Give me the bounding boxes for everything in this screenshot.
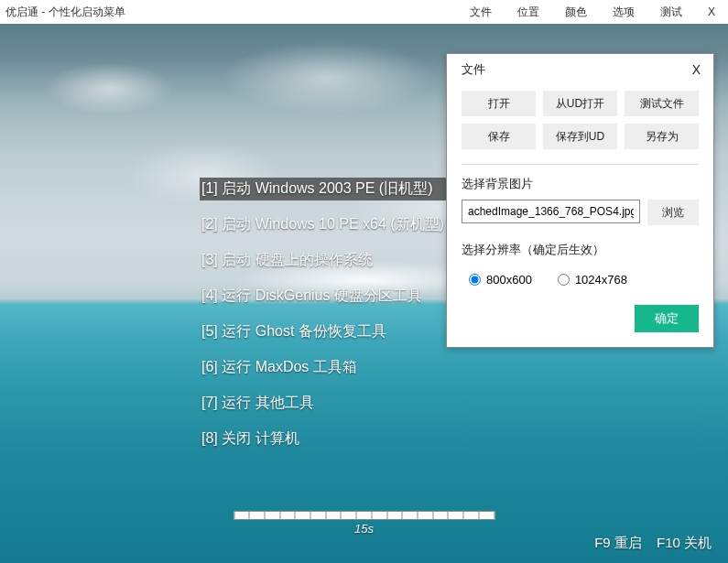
open-ud-button[interactable]: 从UD打开	[543, 91, 617, 116]
timeout-seg	[311, 512, 327, 519]
timeout-seg	[433, 512, 449, 519]
timeout-seg	[372, 512, 387, 519]
timeout-seg	[265, 512, 280, 519]
timeout-seg	[280, 512, 296, 519]
timeout-seg	[418, 512, 433, 519]
menu-color[interactable]: 颜色	[552, 0, 600, 24]
boot-item-6[interactable]: [6] 运行 MaxDos 工具箱	[200, 356, 450, 379]
save-ud-button[interactable]: 保存到UD	[543, 124, 617, 149]
timeout-seg	[326, 512, 342, 519]
res-option-1024x768[interactable]: 1024x768	[558, 273, 627, 287]
boot-item-3[interactable]: [3] 启动 硬盘上的操作系统	[200, 249, 450, 272]
dialog-button-grid: 打开 从UD打开 测试文件 保存 保存到UD 另存为	[447, 87, 713, 160]
timeout-seg	[464, 512, 480, 519]
timeout-seg	[250, 512, 266, 519]
app-title: 优启通 - 个性化启动菜单	[0, 5, 457, 20]
shortcut-restart: F9 重启	[594, 535, 642, 550]
shortcut-poweroff: F10 关机	[657, 535, 712, 550]
timeout-seg	[357, 512, 373, 519]
file-dialog: 文件 X 打开 从UD打开 测试文件 保存 保存到UD 另存为 选择背景图片 浏…	[446, 53, 714, 348]
titlebar: 优启通 - 个性化启动菜单 文件 位置 颜色 选项 测试 X	[0, 0, 728, 24]
open-button[interactable]: 打开	[462, 91, 536, 116]
menu-bar: 文件 位置 颜色 选项 测试 X	[457, 0, 728, 24]
res-section-label: 选择分辨率（确定后生效）	[447, 229, 713, 265]
boot-item-8[interactable]: [8] 关闭 计算机	[200, 428, 450, 450]
boot-item-1[interactable]: [1] 启动 Windows 2003 PE (旧机型)	[200, 178, 450, 200]
menu-test[interactable]: 测试	[647, 0, 695, 24]
timeout-seg	[296, 512, 311, 519]
timeout-seg	[479, 512, 494, 519]
bg-path-input[interactable]	[462, 200, 640, 223]
timeout-seg	[387, 512, 403, 519]
timeout-seg	[234, 512, 250, 519]
background-preview: [1] 启动 Windows 2003 PE (旧机型) [2] 启动 Wind…	[0, 24, 728, 563]
boot-item-4[interactable]: [4] 运行 DiskGenius 硬盘分区工具	[200, 285, 450, 308]
timeout-indicator: 15s	[234, 511, 494, 536]
menu-file[interactable]: 文件	[457, 0, 505, 24]
res-option-800x600[interactable]: 800x600	[469, 273, 532, 287]
menu-options[interactable]: 选项	[600, 0, 647, 24]
footer-shortcuts: F9 重启 F10 关机	[583, 535, 712, 552]
boot-item-2[interactable]: [2] 启动 Windows 10 PE x64 (新机型)	[200, 213, 450, 236]
timeout-seg	[449, 512, 464, 519]
test-file-button[interactable]: 测试文件	[625, 91, 699, 116]
boot-menu: [1] 启动 Windows 2003 PE (旧机型) [2] 启动 Wind…	[200, 178, 450, 463]
confirm-button[interactable]: 确定	[635, 305, 699, 332]
dialog-close-button[interactable]: X	[689, 62, 704, 77]
res-radio-800x600[interactable]	[469, 274, 481, 286]
timeout-seg	[342, 512, 357, 519]
confirm-row: 确定	[447, 290, 713, 347]
timeout-label: 15s	[234, 522, 494, 536]
bg-section-label: 选择背景图片	[447, 174, 713, 200]
dialog-divider	[462, 164, 699, 165]
res-radio-1024x768[interactable]	[558, 274, 570, 286]
menu-position[interactable]: 位置	[505, 0, 552, 24]
timeout-seg	[403, 512, 418, 519]
resolution-row: 800x600 1024x768	[447, 265, 713, 290]
save-as-button[interactable]: 另存为	[625, 124, 699, 149]
boot-item-5[interactable]: [5] 运行 Ghost 备份恢复工具	[200, 320, 450, 343]
res-label-1024x768: 1024x768	[575, 273, 627, 287]
res-label-800x600: 800x600	[486, 273, 532, 287]
browse-button[interactable]: 浏览	[647, 200, 699, 225]
save-button[interactable]: 保存	[462, 124, 536, 149]
dialog-title: 文件	[462, 61, 689, 78]
dialog-titlebar: 文件 X	[447, 54, 713, 87]
timeout-bar	[234, 511, 494, 520]
window-close-button[interactable]: X	[695, 0, 728, 24]
boot-item-7[interactable]: [7] 运行 其他工具	[200, 392, 450, 415]
bg-row: 浏览	[447, 200, 713, 229]
